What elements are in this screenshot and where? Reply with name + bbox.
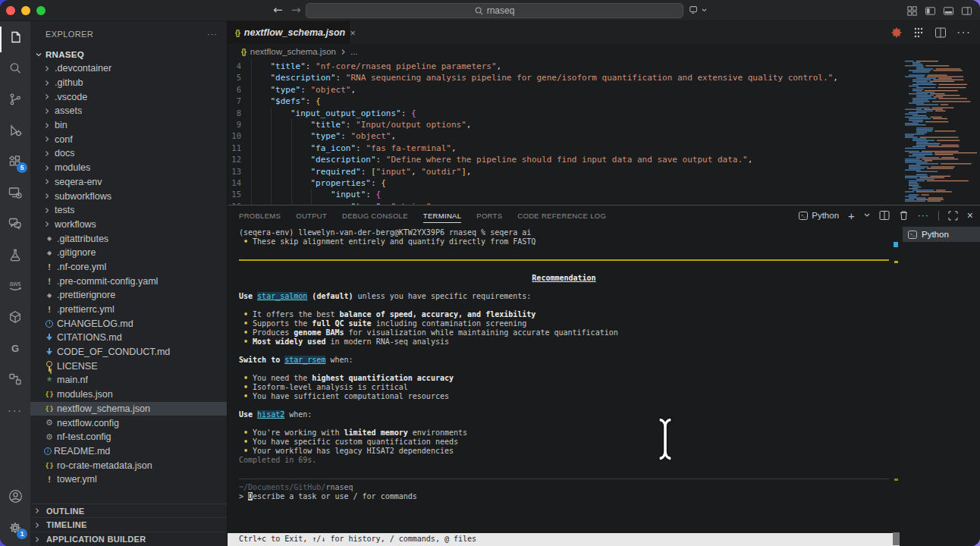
json-file-icon: {} [235,29,240,37]
gear-file-icon: ⚙ [44,418,55,428]
editor-more-icon[interactable]: ··· [956,26,971,39]
panel-tab-output[interactable]: OUTPUT [296,212,327,220]
command-center-search[interactable]: rnaseq [306,3,683,18]
maximize-traffic-light[interactable] [36,6,46,15]
more-icon[interactable]: ··· [0,394,30,425]
panel-more-icon[interactable]: ··· [918,210,929,221]
file-row-.pre-commit-config.yaml[interactable]: !.pre-commit-config.yaml [30,274,227,288]
gitlens-icon[interactable]: G [0,332,30,363]
references-icon[interactable] [0,363,30,394]
aws-icon[interactable]: aws [0,270,30,301]
chevron-right-icon [44,136,55,143]
prettier-icon[interactable] [890,27,903,39]
file-row-.gitignore[interactable]: ◆.gitignore [30,246,227,260]
folder-row-workflows[interactable]: workflows [30,218,227,232]
folder-row-.devcontainer[interactable]: .devcontainer [30,61,227,76]
file-row-.prettierrc.yml[interactable]: !.prettierrc.yml [30,303,227,317]
explorer-more-icon[interactable]: ··· [207,30,218,39]
panel-tab-debug-console[interactable]: DEBUG CONSOLE [342,212,408,220]
extensions-icon[interactable]: 5 [0,146,30,177]
workspace-root[interactable]: RNASEQ [30,47,227,61]
grid-layout-icon[interactable] [906,5,918,17]
remote-explorer-icon[interactable] [0,177,30,208]
terminal[interactable]: (seqera-env) llewelyn-van-der-berg@KTW2Y… [228,225,900,546]
file-row-CODE_OF_CONDUCT.md[interactable]: ↓CODE_OF_CONDUCT.md [30,345,227,359]
close-traffic-light[interactable] [6,6,15,15]
file-row-nextflow_schema.json[interactable]: {}nextflow_schema.json [30,402,227,416]
file-row-CITATIONS.md[interactable]: ↓CITATIONS.md [30,331,227,345]
file-row-modules.json[interactable]: {}modules.json [30,388,227,402]
split-terminal-icon[interactable] [879,210,890,221]
panel-tab-ports[interactable]: PORTS [476,212,502,220]
run-debug-icon[interactable] [0,115,30,146]
panel-tab-code-reference-log[interactable]: CODE REFERENCE LOG [517,212,606,220]
folder-row-.vscode[interactable]: .vscode [30,89,227,104]
toggle-panel-icon[interactable] [943,5,954,17]
file-row-LICENSE[interactable]: LICENSE [30,359,227,373]
folder-row-conf[interactable]: conf [30,132,227,146]
yaml-file-icon: ! [44,276,55,287]
folder-row-seqera-env[interactable]: seqera-env [30,175,227,190]
explorer-title: EXPLORER [46,30,93,39]
forward-button[interactable]: → [291,3,301,17]
panel-tab-terminal[interactable]: TERMINAL [423,212,461,223]
terminal-list: >_ Python [900,225,980,546]
git-file-icon: ◆ [44,234,55,244]
section-outline[interactable]: OUTLINE [30,504,227,518]
file-row-.nf-core.yml[interactable]: !.nf-core.yml [30,260,227,275]
package-icon[interactable] [0,301,30,332]
breadcrumb[interactable]: {} nextflow_schema.json ... [228,44,980,59]
source-control-icon[interactable] [0,83,30,115]
gear-file-icon: ⚙ [44,431,55,442]
minimize-traffic-light[interactable] [21,6,30,15]
tab-nextflow-schema[interactable]: {} nextflow_schema.json × [228,21,351,44]
folder-row-docs[interactable]: docs [30,146,227,161]
editor-tab-bar: {} nextflow_schema.json × ··· [228,21,980,44]
refresh-icon[interactable] [689,5,707,15]
folder-row-assets[interactable]: assets [30,104,227,118]
split-editor-icon[interactable] [934,27,947,39]
file-row-.prettierignore[interactable]: ◆.prettierignore [30,288,227,303]
terminal-list-item-python[interactable]: >_ Python [903,227,980,242]
file-row-nextflow.config[interactable]: ⚙nextflow.config [30,416,227,430]
file-row-.gitattributes[interactable]: ◆.gitattributes [30,231,227,246]
kill-terminal-icon[interactable] [899,210,909,221]
section-timeline[interactable]: TIMELINE [30,517,227,532]
mouse-cursor-ibeam [655,416,675,462]
account-icon[interactable] [0,481,30,512]
git-file-icon: ◆ [44,290,55,300]
explorer-icon[interactable] [0,21,30,52]
settings-gear-icon[interactable]: 1 [0,512,30,543]
folder-row-modules[interactable]: modules [30,161,227,175]
toggle-sidebar-icon[interactable] [925,5,936,17]
code-editor[interactable]: 45678910111213141516 "title": "nf-core/r… [228,59,980,205]
close-panel-icon[interactable]: × [967,209,973,221]
panel-tab-problems[interactable]: PROBLEMS [239,212,281,220]
chat-icon[interactable] [0,208,30,239]
folder-row-.github[interactable]: .github [30,76,227,90]
terminal-scrollbar[interactable] [892,225,900,546]
file-row-CHANGELOG.md[interactable]: CHANGELOG.md [30,316,227,331]
testing-icon[interactable] [0,239,30,270]
json-file-icon: {} [44,460,55,471]
shell-selector[interactable]: >_ Python [799,211,839,220]
maximize-panel-icon[interactable] [948,211,958,221]
file-row-README.md[interactable]: iREADME.md [30,444,227,459]
new-terminal-icon[interactable]: + [848,209,855,222]
settings-json-icon[interactable] [912,27,925,39]
file-row-nf-test.config[interactable]: ⚙nf-test.config [30,430,227,444]
toggle-secondary-sidebar-icon[interactable] [961,5,972,17]
search-icon[interactable] [0,52,30,83]
file-row-main.nf[interactable]: *main.nf [30,373,227,388]
file-row-ro-crate-metadata.json[interactable]: {}ro-crate-metadata.json [30,458,227,472]
bottom-panel: PROBLEMSOUTPUTDEBUG CONSOLETERMINALPORTS… [228,205,980,546]
folder-row-bin[interactable]: bin [30,118,227,133]
file-row-tower.yml[interactable]: !tower.yml [30,472,227,487]
folder-row-tests[interactable]: tests [30,203,227,218]
back-button[interactable]: ← [273,3,283,17]
terminal-dropdown-icon[interactable] [864,213,870,218]
folder-row-subworkflows[interactable]: subworkflows [30,189,227,203]
close-tab-icon[interactable]: × [350,27,356,39]
section-application-builder[interactable]: APPLICATION BUILDER [30,532,227,546]
minimap[interactable] [900,59,980,205]
